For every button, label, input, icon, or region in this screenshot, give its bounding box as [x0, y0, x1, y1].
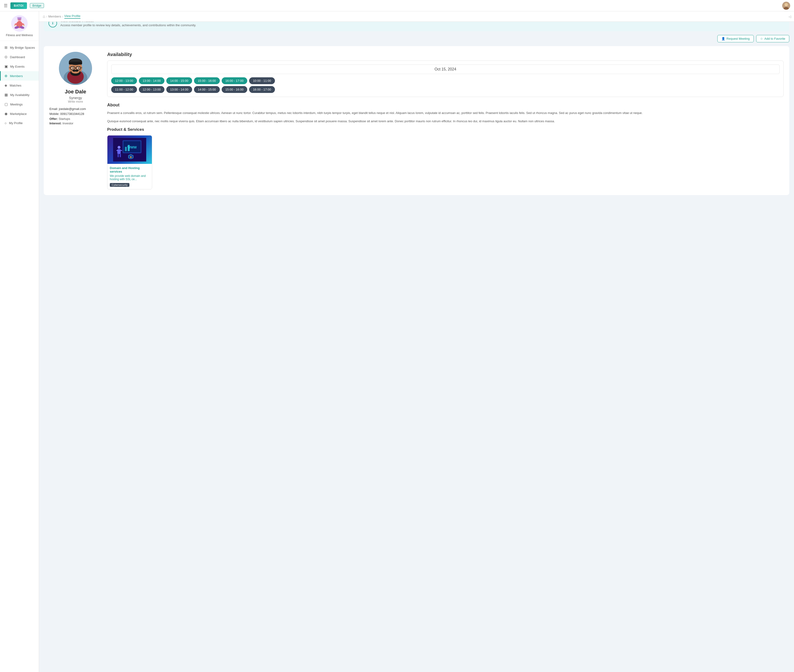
slot-3[interactable]: 14:00 - 15:00: [166, 77, 192, 84]
space-name: Fitness and Wellness: [3, 34, 36, 37]
product-image: WWW 🔒: [107, 136, 152, 164]
hamburger-menu[interactable]: ☰: [4, 3, 8, 8]
svg-point-34: [75, 70, 79, 72]
sidebar-label-my-availability: My Availability: [10, 93, 29, 97]
availability-box: Oct 15, 2024 12:00 - 13:00 13:00 - 14:00…: [107, 61, 784, 97]
svg-rect-21: [69, 62, 82, 64]
product-badge: Cybersecurity: [110, 183, 130, 187]
member-interest: Interest: Investor: [50, 122, 101, 125]
svg-rect-46: [117, 154, 119, 157]
svg-rect-40: [128, 145, 130, 151]
availability-icon: ▦: [5, 93, 8, 97]
user-avatar[interactable]: [782, 2, 790, 10]
slot-4[interactable]: 15:00 - 16:00: [194, 77, 220, 84]
svg-rect-44: [116, 150, 118, 151]
meetings-icon: ▢: [5, 102, 8, 106]
slot-8[interactable]: 12:00 - 13:00: [139, 86, 165, 93]
collapse-icon[interactable]: ◁: [789, 14, 791, 18]
member-mobile: Mobile: 00917381044128: [50, 112, 101, 116]
slot-12[interactable]: 16:00 - 17:00: [249, 86, 275, 93]
add-to-favorite-button[interactable]: ☆ Add to Favorite: [756, 35, 789, 42]
member-offer: Offer: Startups: [50, 117, 101, 121]
product-description: We provide web domain and hosting with S…: [110, 174, 149, 181]
about-title: About: [107, 102, 784, 107]
profile-left: Joe Dale Synergy Write more Email: joeda…: [50, 52, 101, 189]
sidebar-label-dashboard: Dashboard: [10, 55, 25, 59]
availability-slots-row2: 11:00 - 12:00 12:00 - 13:00 13:00 - 14:0…: [111, 86, 780, 93]
sidebar-item-my-profile[interactable]: ○ My Profile: [0, 118, 39, 128]
svg-rect-45: [121, 150, 122, 151]
events-icon: ▣: [5, 64, 8, 69]
request-meeting-button[interactable]: 👤 Request Meeting: [717, 35, 754, 42]
svg-point-31: [72, 68, 74, 69]
products-title: Product & Services: [107, 127, 784, 132]
svg-point-14: [23, 25, 25, 26]
slot-6[interactable]: 10:00 - 11:00: [249, 77, 275, 84]
grid-icon: ⊞: [5, 45, 8, 50]
request-meeting-label: Request Meeting: [727, 37, 750, 40]
member-write-more[interactable]: Write more: [50, 100, 101, 103]
logo: BATOI: [10, 2, 27, 9]
sidebar-label-my-events: My Events: [10, 65, 25, 68]
sidebar-item-dashboard[interactable]: ⊙ Dashboard: [0, 52, 39, 62]
sidebar-label-my-profile: My Profile: [9, 121, 23, 125]
breadcrumb-view-profile[interactable]: View Profile: [64, 14, 80, 19]
svg-point-42: [117, 146, 120, 149]
product-info: Domain and Hosting services We provide w…: [107, 164, 152, 189]
dashboard-icon: ⊙: [5, 55, 8, 59]
member-email: Email: joedale@gmail.com: [50, 107, 101, 110]
slot-5[interactable]: 16:00 - 17:00: [222, 77, 247, 84]
top-nav: ☰ BATOI Bridge: [0, 0, 794, 11]
availability-date: Oct 15, 2024: [111, 64, 780, 74]
profile-icon: ○: [5, 121, 6, 125]
info-banner-description: Access member profile to review key deta…: [60, 23, 196, 27]
sidebar: Fitness and Wellness ⊞ My Bridge Spaces …: [0, 11, 39, 200]
member-name: Joe Dale: [50, 89, 101, 95]
logo-image: BATOI: [10, 2, 27, 9]
sidebar-navigation: ⊞ My Bridge Spaces ⊙ Dashboard ▣ My Even…: [0, 41, 39, 200]
breadcrumb-bar: ⌂ › Members › View Profile ◁: [39, 11, 794, 22]
svg-rect-43: [117, 149, 121, 154]
sidebar-item-matches[interactable]: ◈ Matches: [0, 81, 39, 90]
profile-card: Joe Dale Synergy Write more Email: joeda…: [44, 46, 789, 195]
breadcrumb-home[interactable]: ⌂: [43, 14, 45, 19]
add-to-favorite-label: Add to Favorite: [764, 37, 785, 40]
matches-icon: ◈: [5, 83, 7, 88]
slot-7[interactable]: 11:00 - 12:00: [111, 86, 137, 93]
sidebar-label-marketplace: Marketplace: [10, 112, 27, 116]
sidebar-item-members[interactable]: ⊕ Members: [0, 71, 39, 81]
sidebar-item-my-bridge-spaces[interactable]: ⊞ My Bridge Spaces: [0, 43, 39, 52]
availability-title: Availability: [107, 52, 784, 57]
svg-point-1: [784, 3, 788, 6]
breadcrumb-sep-1: ›: [46, 14, 47, 19]
sidebar-item-marketplace[interactable]: ◉ Marketplace: [0, 109, 39, 118]
sidebar-label-my-bridge-spaces: My Bridge Spaces: [10, 46, 35, 50]
profile-right: Availability Oct 15, 2024 12:00 - 13:00 …: [107, 52, 784, 189]
slot-10[interactable]: 14:00 - 15:00: [194, 86, 220, 93]
sidebar-label-meetings: Meetings: [10, 102, 23, 106]
about-paragraph-1: Praesent a convallis eros, ut rutrum sem…: [107, 110, 784, 115]
about-paragraph-2: Quisque euismod consequat ante, nec moll…: [107, 119, 784, 124]
svg-rect-39: [125, 147, 127, 151]
meeting-icon: 👤: [721, 37, 725, 40]
star-icon: ☆: [760, 37, 763, 40]
slot-1[interactable]: 12:00 - 13:00: [111, 77, 137, 84]
breadcrumb-members[interactable]: Members: [48, 14, 61, 18]
slot-11[interactable]: 15:00 - 16:00: [222, 86, 247, 93]
sidebar-item-my-availability[interactable]: ▦ My Availability: [0, 90, 39, 99]
slot-2[interactable]: 13:00 - 14:00: [139, 77, 165, 84]
sidebar-item-meetings[interactable]: ▢ Meetings: [0, 99, 39, 109]
members-icon: ⊕: [5, 74, 8, 78]
sidebar-space[interactable]: Fitness and Wellness: [0, 11, 39, 41]
action-row: 👤 Request Meeting ☆ Add to Favorite: [44, 35, 789, 42]
sidebar-item-my-events[interactable]: ▣ My Events: [0, 62, 39, 71]
availability-slots-row1: 12:00 - 13:00 13:00 - 14:00 14:00 - 15:0…: [111, 77, 780, 84]
sidebar-label-members: Members: [10, 74, 23, 78]
breadcrumb-sep-2: ›: [62, 14, 63, 19]
slot-9[interactable]: 13:00 - 14:00: [166, 86, 192, 93]
product-card[interactable]: WWW 🔒: [107, 135, 152, 189]
main-content: i View Member Profile! Access member pro…: [39, 10, 794, 200]
member-company: Synergy: [50, 96, 101, 100]
svg-text:🔒: 🔒: [130, 155, 132, 158]
svg-rect-47: [120, 154, 121, 157]
